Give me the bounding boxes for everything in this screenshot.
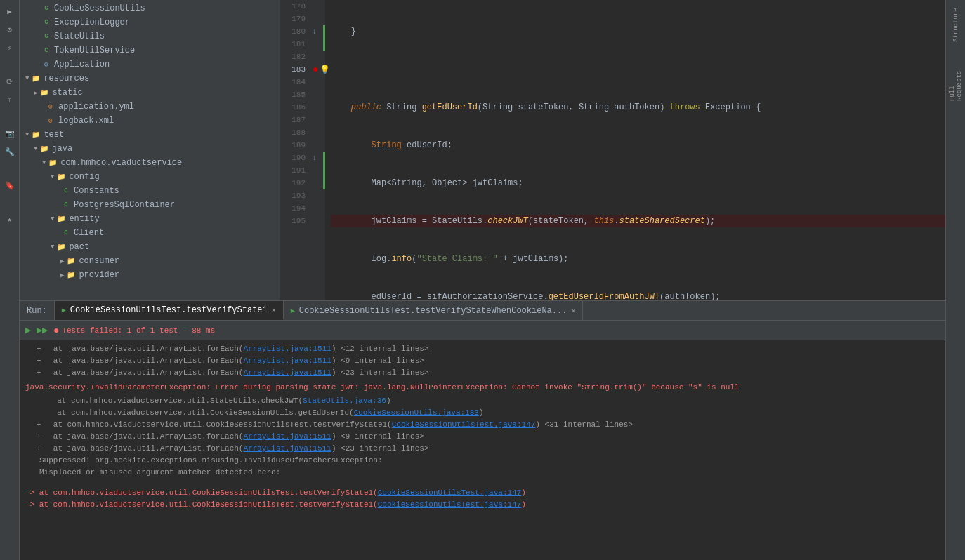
expand-arrow: ▶ xyxy=(34,89,37,97)
folder-icon: 📁 xyxy=(65,255,77,267)
tree-item-consumer[interactable]: ▶ 📁 consumer xyxy=(20,254,280,268)
tree-item-applicationyml[interactable]: ⚙ application.yml xyxy=(20,100,280,114)
arrow-link[interactable]: CookieSessionUtilsTest.java:147 xyxy=(378,488,522,497)
tree-label: consumer xyxy=(79,256,119,266)
misplaced-line: Misplaced or misused argument matcher de… xyxy=(25,467,940,479)
tree-item-java-test[interactable]: ▼ 📁 java xyxy=(20,142,280,156)
stack-link[interactable]: ArrayList.java:1511 xyxy=(243,345,331,353)
method-marker-180: ↓ xyxy=(313,28,317,36)
tree-label: Application xyxy=(54,60,110,69)
cause-text: at com.hmhco.viaductservice.util.CookieS… xyxy=(44,419,633,431)
breakpoint-marker[interactable]: ● xyxy=(313,65,318,74)
tree-label: ExceptionLogger xyxy=(54,18,130,27)
favorites-icon[interactable]: ★ xyxy=(1,211,18,227)
code-line-180: public String getEdUserId(String stateTo… xyxy=(331,101,945,114)
code-line-185: edUserId = sifAuthorizationService.getEd… xyxy=(331,291,945,300)
code-editor: 178 179 180 181 182 183 184 185 186 187 … xyxy=(280,0,945,300)
folder-icon: 📁 xyxy=(47,157,58,168)
tree-label: resources xyxy=(44,74,89,84)
run-icon[interactable]: ▶ xyxy=(1,3,18,20)
commit-icon[interactable]: ↑ xyxy=(1,91,18,108)
code-line-178: } xyxy=(331,25,945,38)
stack-link[interactable]: ArrayList.java:1511 xyxy=(243,368,331,377)
tree-item-client[interactable]: C Client xyxy=(20,226,280,240)
tree-item-entity[interactable]: ▼ 📁 entity xyxy=(20,212,280,226)
rerun-button[interactable]: ▶ xyxy=(25,326,31,335)
cause-link[interactable]: CookieSessionUtilsTest.java:147 xyxy=(392,420,536,429)
camera-icon[interactable]: 📷 xyxy=(1,125,18,142)
expand-btn[interactable]: + xyxy=(37,367,41,379)
tree-item-pact[interactable]: ▼ 📁 pact xyxy=(20,240,280,254)
cause-link[interactable]: StateUtils.java:36 xyxy=(303,396,386,405)
run-play-icon: ▶ xyxy=(62,306,66,314)
cause-line-2: at com.hmhco.viaductservice.util.CookieS… xyxy=(37,407,940,419)
tree-label: Client xyxy=(74,228,104,238)
cause-text: at com.hmhco.viaductservice.util.CookieS… xyxy=(48,407,484,419)
tree-item-stateutils[interactable]: C StateUtils xyxy=(20,29,280,44)
stack-link[interactable]: ArrayList.java:1511 xyxy=(243,356,331,365)
cause-link[interactable]: ArrayList.java:1511 xyxy=(243,432,331,441)
tree-item-cookiesessionutils[interactable]: C CookieSessionUtils xyxy=(20,1,280,15)
arrow-text: -> at com.hmhco.viaductservice.util.Cook… xyxy=(25,487,526,499)
java-file-icon: C xyxy=(41,17,52,28)
tree-label: logback.xml xyxy=(58,116,114,126)
test-result-text: Tests failed: 1 of 1 test – 88 ms xyxy=(62,326,215,335)
tree-item-tokenutilservice[interactable]: C TokenUtilService xyxy=(20,44,280,58)
tree-item-application[interactable]: ⚙ Application xyxy=(20,58,280,72)
tree-label: config xyxy=(69,172,99,182)
code-line-182: Map<String, Object> jwtClaims; xyxy=(331,177,945,189)
console-output[interactable]: + at java.base/java.util.ArrayList.forEa… xyxy=(20,340,945,560)
folder-icon: 📁 xyxy=(65,269,77,281)
git-icon[interactable]: ⟳ xyxy=(1,73,18,90)
arrow-text: -> at com.hmhco.viaductservice.util.Cook… xyxy=(25,499,526,511)
rerun-all-icon: ▶▶ xyxy=(37,326,48,335)
cause-link[interactable]: CookieSessionUtils.java:183 xyxy=(354,408,479,417)
java-file-icon: C xyxy=(41,31,52,42)
tab-testverifystatewhencookiena[interactable]: ▶ CookieSessionUtilsTest.testVerifyState… xyxy=(284,301,584,320)
close-tab2-icon[interactable]: ✕ xyxy=(571,307,575,315)
expand-btn[interactable]: + xyxy=(37,431,41,443)
pull-requests-icon[interactable]: Pull Requests xyxy=(947,77,964,94)
bookmark-icon[interactable]: 🔖 xyxy=(1,177,18,194)
tree-item-provider[interactable]: ▶ 📁 provider xyxy=(20,268,280,282)
tree-label: StateUtils xyxy=(54,32,105,41)
test-controls-bar: ▶ ▶▶ ● Tests failed: 1 of 1 test – 88 ms xyxy=(20,321,945,340)
expand-arrow: ▼ xyxy=(25,75,29,82)
close-tab-icon[interactable]: ✕ xyxy=(272,306,276,314)
java-file-icon: C xyxy=(60,199,72,211)
java-file-icon: C xyxy=(60,185,72,196)
tree-item-resources[interactable]: ▼ 📁 resources xyxy=(20,72,280,86)
right-sidebar: Structure Pull Requests xyxy=(945,0,965,560)
suppressed-text: Suppressed: org.mockito.exceptions.misus… xyxy=(39,455,382,467)
expand-btn[interactable]: + xyxy=(37,419,41,431)
wrench-icon[interactable]: 🔧 xyxy=(1,143,18,160)
expand-btn[interactable]: + xyxy=(37,343,41,355)
fail-indicator: ● xyxy=(53,325,59,336)
arrow-line-1: -> at com.hmhco.viaductservice.util.Cook… xyxy=(25,487,940,499)
rerun-all-button[interactable]: ▶▶ xyxy=(37,326,48,335)
arrow-link[interactable]: CookieSessionUtilsTest.java:147 xyxy=(378,500,522,509)
tree-item-constants[interactable]: C Constants xyxy=(20,184,280,198)
tree-item-test[interactable]: ▼ 📁 test xyxy=(20,128,280,142)
coverage-icon[interactable]: ⚡ xyxy=(1,39,18,56)
tree-item-exceptionlogger[interactable]: C ExceptionLogger xyxy=(20,15,280,29)
cause-line-4: + at java.base/java.util.ArrayList.forEa… xyxy=(37,431,940,443)
file-tree: C CookieSessionUtils C ExceptionLogger C… xyxy=(20,0,280,300)
tab-testverifystate1[interactable]: ▶ CookieSessionUtilsTest.testVerifyState… xyxy=(55,301,284,320)
expand-btn[interactable]: + xyxy=(37,443,41,455)
code-line-183: jwtClaims = StateUtils.checkJWT(stateTok… xyxy=(331,215,945,227)
tree-item-static[interactable]: ▶ 📁 static xyxy=(20,86,280,100)
cause-text: at com.hmhco.viaductservice.util.StateUt… xyxy=(48,395,391,407)
folder-icon: 📁 xyxy=(55,213,67,225)
structure-panel-icon[interactable]: Structure xyxy=(947,17,964,34)
expand-btn[interactable]: + xyxy=(37,355,41,367)
tree-item-postgressql[interactable]: C PostgresSqlContainer xyxy=(20,198,280,212)
expand-arrow: ▼ xyxy=(34,145,37,152)
tree-item-config[interactable]: ▼ 📁 config xyxy=(20,170,280,184)
tree-item-logbackxml[interactable]: ⚙ logback.xml xyxy=(20,114,280,128)
debug-icon[interactable]: ⚙ xyxy=(1,21,18,38)
code-content: } public String getEdUserId(String state… xyxy=(325,0,945,300)
stack-text: at java.base/java.util.ArrayList.forEach… xyxy=(44,343,429,355)
cause-link[interactable]: ArrayList.java:1511 xyxy=(243,444,331,453)
tree-item-com-hmhco[interactable]: ▼ 📁 com.hmhco.viaductservice xyxy=(20,156,280,170)
